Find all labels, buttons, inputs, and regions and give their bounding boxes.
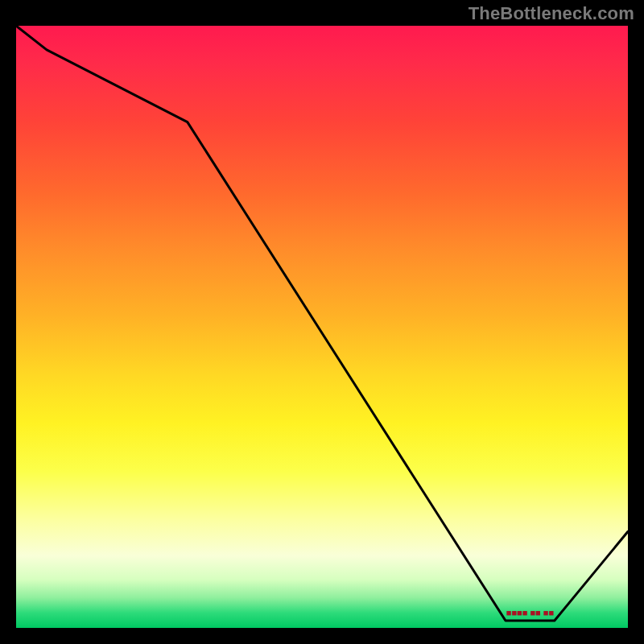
watermark-label: TheBottleneck.com [469,3,634,24]
chart-canvas: TheBottleneck.com ■■■■ ■■ ■■ [0,0,644,644]
optimal-marker: ■■■■ ■■ ■■ [506,608,554,617]
plot-area: ■■■■ ■■ ■■ [16,26,628,628]
bottleneck-curve-line [16,26,628,628]
